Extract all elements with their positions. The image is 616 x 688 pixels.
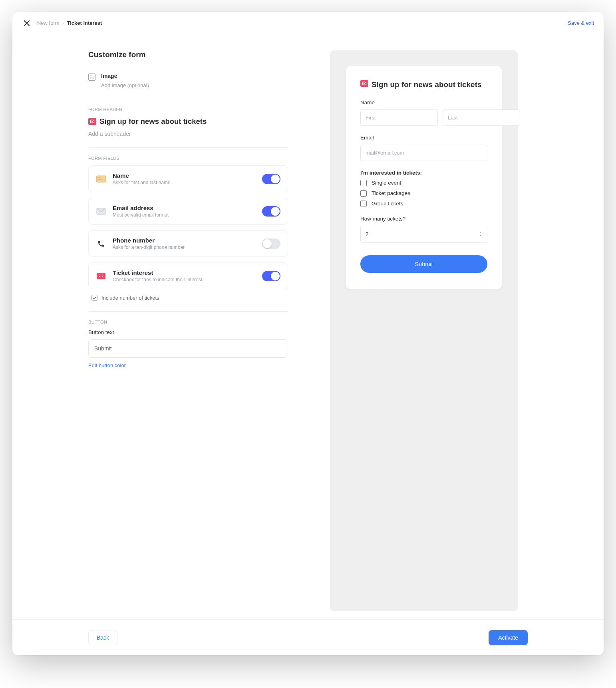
checkbox-box	[360, 190, 367, 197]
breadcrumb-separator: ·	[62, 20, 64, 26]
image-icon	[88, 74, 95, 81]
form-heading-text: Sign up for news about tickets	[99, 117, 207, 126]
field-desc: Asks for first and last name	[113, 180, 256, 185]
svg-rect-1	[97, 177, 100, 178]
image-label: Image	[101, 73, 149, 79]
preview-column: Sign up for news about tickets Name Emai…	[320, 50, 528, 611]
field-card-name: Name Asks for first and last name	[88, 165, 288, 192]
button-section-label: BUTTON	[88, 320, 288, 324]
preview-qty-value: 2	[366, 231, 369, 237]
field-title: Phone number	[113, 237, 256, 244]
preview-interest-label: I'm interested in tickets:	[360, 170, 487, 176]
preview-interest-option-label: Group tickets	[372, 201, 403, 207]
button-text-label: Button text	[88, 329, 288, 335]
activate-button[interactable]: Activate	[489, 630, 528, 645]
svg-rect-4	[97, 273, 105, 279]
stepper-down-icon[interactable]: ▼	[479, 234, 482, 237]
field-card-email: Email address Must be valid email format	[88, 198, 288, 225]
check-icon	[93, 296, 97, 300]
toggle-ticket-interest[interactable]	[262, 271, 280, 281]
preview-interest-option-label: Ticket packages	[372, 190, 410, 196]
preview-email-label: Email	[360, 135, 487, 141]
ticket-icon	[96, 272, 106, 280]
preview-submit-button[interactable]: Submit	[360, 255, 487, 273]
page-title: Customize form	[88, 50, 288, 59]
back-button[interactable]: Back	[88, 630, 117, 645]
form-builder-window: New form · Ticket interest Save & exit C…	[12, 12, 604, 655]
breadcrumb-current: Ticket interest	[67, 20, 102, 26]
subheader-input[interactable]: Add a subheader	[88, 131, 288, 137]
stepper-up-icon[interactable]: ▲	[479, 231, 482, 234]
divider	[88, 99, 288, 99]
add-image-link[interactable]: Add image (optional)	[101, 82, 149, 88]
form-heading-field[interactable]: Sign up for news about tickets	[88, 117, 288, 126]
divider	[88, 147, 288, 148]
mail-icon	[96, 207, 106, 216]
preview-title: Sign up for news about tickets	[372, 80, 482, 90]
image-section: Image Add image (optional)	[88, 73, 288, 88]
field-desc: Must be valid email format	[113, 212, 256, 218]
close-icon	[24, 20, 30, 26]
card-icon	[96, 175, 106, 183]
ticket-badge-icon	[88, 118, 96, 125]
preview-last-name-input[interactable]	[443, 109, 520, 126]
checkbox-box	[91, 295, 97, 301]
field-title: Email address	[113, 205, 256, 211]
checkbox-box	[360, 180, 367, 186]
toggle-email[interactable]	[262, 206, 280, 217]
breadcrumb: New form · Ticket interest	[37, 20, 102, 26]
preview-quantity-stepper[interactable]: 2 ▲ ▼	[360, 226, 487, 243]
field-title: Ticket interest	[113, 269, 256, 276]
preview-email-input[interactable]	[360, 145, 487, 161]
footer: Back Activate	[12, 619, 604, 655]
preview-panel: Sign up for news about tickets Name Emai…	[330, 50, 518, 611]
content-area: Customize form Image Add image (optional…	[12, 34, 604, 619]
svg-rect-2	[97, 179, 102, 180]
preview-interest-option[interactable]: Ticket packages	[360, 190, 487, 197]
preview-interest-option-label: Single event	[372, 180, 401, 186]
edit-button-color-link[interactable]: Edit button color	[88, 362, 126, 368]
field-title: Name	[113, 172, 256, 179]
ticket-badge-icon	[360, 80, 368, 87]
button-text-input[interactable]	[88, 339, 288, 358]
divider	[88, 311, 288, 312]
settings-column: Customize form Image Add image (optional…	[88, 50, 288, 611]
preview-card: Sign up for news about tickets Name Emai…	[346, 66, 502, 289]
save-and-exit-link[interactable]: Save & exit	[568, 20, 594, 26]
preview-name-label: Name	[360, 99, 487, 105]
field-card-phone: Phone number Asks for a ten-digit phone …	[88, 230, 288, 257]
preview-first-name-input[interactable]	[360, 109, 438, 126]
preview-interest-option[interactable]: Single event	[360, 180, 487, 186]
field-desc: Asks for a ten-digit phone number	[113, 245, 256, 250]
preview-interest-option[interactable]: Group tickets	[360, 201, 487, 207]
preview-qty-label: How many tickets?	[360, 216, 487, 222]
close-button[interactable]	[22, 18, 32, 28]
topbar: New form · Ticket interest Save & exit	[12, 12, 604, 34]
include-ticket-count-label: Include number of tickets	[101, 295, 159, 301]
checkbox-box	[360, 201, 367, 207]
field-desc: Checkbox for fans to indicate their inte…	[113, 277, 256, 282]
include-ticket-count-checkbox[interactable]: Include number of tickets	[91, 295, 288, 301]
breadcrumb-prefix: New form	[37, 20, 60, 26]
toggle-name[interactable]	[262, 174, 280, 184]
form-header-section-label: FORM HEADER	[88, 107, 288, 112]
form-fields-section-label: FORM FIELDS	[88, 156, 288, 161]
toggle-phone[interactable]	[262, 239, 280, 249]
field-card-ticket-interest: Ticket interest Checkbox for fans to ind…	[88, 262, 288, 289]
phone-icon	[96, 239, 106, 248]
